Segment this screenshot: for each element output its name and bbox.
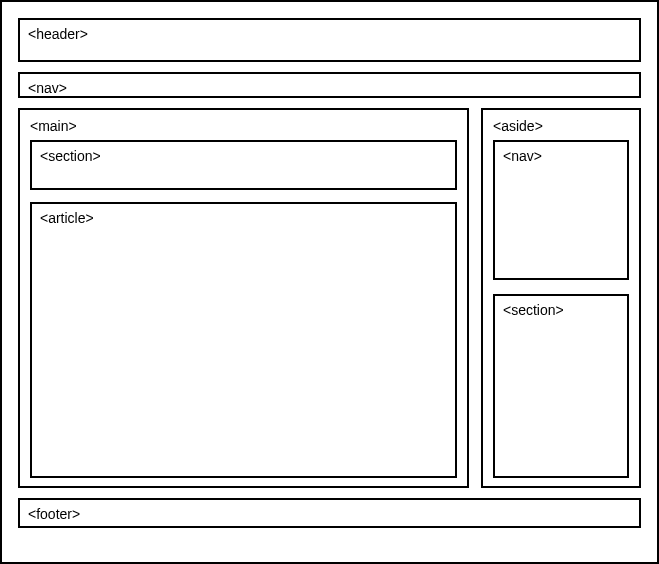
main-region: <main> <section> <article> xyxy=(18,108,469,488)
middle-row: <main> <section> <article> <aside> <nav>… xyxy=(18,108,641,488)
aside-section-label: <section> xyxy=(503,302,564,318)
header-label: <header> xyxy=(28,26,88,42)
aside-label: <aside> xyxy=(493,118,629,134)
aside-nav-label: <nav> xyxy=(503,148,542,164)
main-label: <main> xyxy=(30,118,457,134)
aside-section-region: <section> xyxy=(493,294,629,478)
nav-top-region: <nav> xyxy=(18,72,641,98)
header-region: <header> xyxy=(18,18,641,62)
aside-nav-region: <nav> xyxy=(493,140,629,280)
main-article-label: <article> xyxy=(40,210,94,226)
main-article-region: <article> xyxy=(30,202,457,478)
main-section-region: <section> xyxy=(30,140,457,190)
footer-region: <footer> xyxy=(18,498,641,528)
main-section-label: <section> xyxy=(40,148,101,164)
aside-region: <aside> <nav> <section> xyxy=(481,108,641,488)
nav-top-label: <nav> xyxy=(28,80,67,96)
footer-label: <footer> xyxy=(28,506,80,522)
page-layout-diagram: <header> <nav> <main> <section> <article… xyxy=(0,0,659,564)
